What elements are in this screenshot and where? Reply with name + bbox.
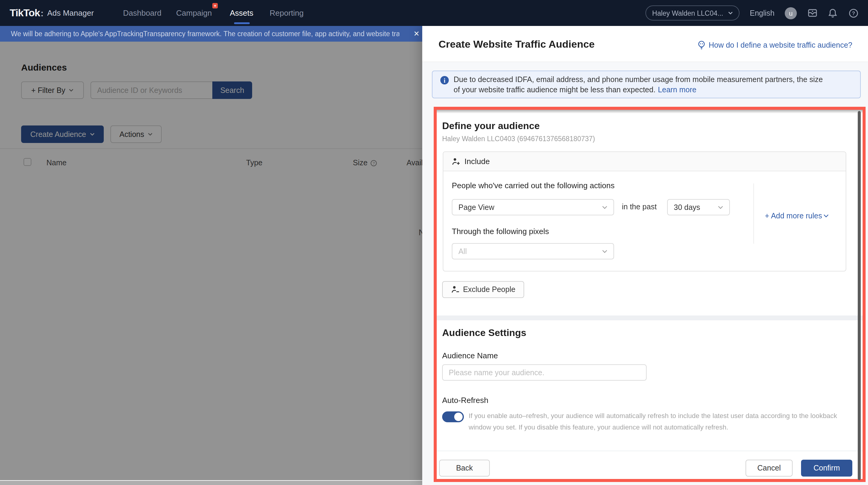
actions-field-label: People who've carried out the following … <box>452 181 615 190</box>
create-website-traffic-audience-modal: Create Website Traffic Audience How do I… <box>422 26 868 485</box>
help-link[interactable]: How do I define a website traffic audien… <box>697 40 852 50</box>
cancel-button[interactable]: Cancel <box>746 460 793 477</box>
chevron-down-icon <box>602 249 608 253</box>
add-more-rules-link[interactable]: + Add more rules <box>765 212 829 220</box>
include-header: Include <box>443 152 846 171</box>
top-nav: TikTok: Ads Manager Dashboard Campaign +… <box>0 0 868 26</box>
pixels-select[interactable]: All <box>452 243 614 260</box>
lookback-window-value: 30 days <box>674 203 718 211</box>
notifications-bell-icon[interactable] <box>828 8 838 18</box>
banner-text: We will be adhering to Apple's AppTracki… <box>0 30 399 37</box>
person-minus-icon <box>451 285 459 294</box>
learn-more-link[interactable]: Learn more <box>658 86 696 94</box>
pixels-field-label: Through the following pixels <box>452 227 549 236</box>
auto-refresh-label: Auto-Refresh <box>442 396 488 405</box>
audience-name-input[interactable] <box>442 364 647 381</box>
modal-footer: Back Cancel Confirm <box>437 451 863 479</box>
include-rules-box: Include People who've carried out the fo… <box>443 151 846 271</box>
add-more-rules-label: + Add more rules <box>765 212 822 220</box>
nav-item-assets[interactable]: Assets <box>230 0 253 26</box>
auto-refresh-toggle[interactable] <box>442 412 464 422</box>
svg-text:?: ? <box>852 10 855 16</box>
chevron-down-icon <box>602 205 608 209</box>
section-separator <box>437 315 863 320</box>
banner-close-icon[interactable]: ✕ <box>411 26 422 41</box>
chevron-down-icon <box>824 214 829 218</box>
account-name: Haley Walden LLC04... <box>652 9 723 17</box>
action-select[interactable]: Page View <box>452 199 614 215</box>
alert-text: Due to decreased IDFA, email address, an… <box>454 75 824 95</box>
info-icon: i <box>440 76 449 85</box>
define-audience-heading: Define your audience <box>442 121 540 131</box>
lightbulb-icon <box>697 40 706 50</box>
app-root: TikTok: Ads Manager Dashboard Campaign +… <box>0 0 868 485</box>
exclude-people-label: Exclude People <box>463 285 516 294</box>
alert-message: Due to decreased IDFA, email address, an… <box>454 75 823 94</box>
lookback-window-select[interactable]: 30 days <box>667 199 730 215</box>
inbox-icon[interactable] <box>807 8 817 18</box>
idfa-info-alert: i Due to decreased IDFA, email address, … <box>432 70 861 98</box>
toggle-knob <box>454 413 463 421</box>
highlighted-region: Define your audience Haley Walden LLC040… <box>434 107 866 482</box>
scroll-shadow <box>437 110 863 113</box>
chevron-down-icon <box>728 11 733 14</box>
product-name: Ads Manager <box>47 8 94 18</box>
pixels-select-value: All <box>459 247 602 255</box>
help-link-label: How do I define a website traffic audien… <box>709 41 852 49</box>
horizontal-scrollbar[interactable] <box>0 481 422 485</box>
nav-item-dashboard[interactable]: Dashboard <box>123 0 161 26</box>
help-icon[interactable]: ? <box>848 8 858 18</box>
in-the-past-label: in the past <box>622 203 657 211</box>
rules-divider <box>753 183 754 244</box>
audience-settings-heading: Audience Settings <box>442 328 526 338</box>
back-button[interactable]: Back <box>439 460 490 477</box>
logo-text: TikTok <box>10 7 40 19</box>
logo-colon: : <box>40 8 43 18</box>
modal-header: Create Website Traffic Audience How do I… <box>422 26 868 62</box>
account-switcher[interactable]: Haley Walden LLC04... <box>645 5 740 21</box>
advertiser-account-label: Haley Walden LLC0403 (694676137656818073… <box>442 135 595 142</box>
nav-right-cluster: Haley Walden LLC04... English u ? <box>645 0 858 26</box>
audience-name-label: Audience Name <box>442 351 498 360</box>
chevron-down-icon <box>718 205 723 209</box>
screen: TikTok: Ads Manager Dashboard Campaign +… <box>0 0 868 485</box>
modal-title: Create Website Traffic Audience <box>438 39 595 51</box>
person-add-icon <box>452 157 460 165</box>
confirm-button[interactable]: Confirm <box>801 460 852 477</box>
language-selector[interactable]: English <box>750 9 775 17</box>
auto-refresh-description: If you enable auto–refresh, your audienc… <box>469 410 860 433</box>
action-select-value: Page View <box>459 203 602 211</box>
include-label: Include <box>464 157 490 166</box>
tiktok-logo[interactable]: TikTok: Ads Manager <box>10 0 94 26</box>
avatar[interactable]: u <box>785 7 797 19</box>
nav-item-reporting[interactable]: Reporting <box>270 0 304 26</box>
modal-backdrop <box>0 41 422 480</box>
vertical-scrollbar-thumb[interactable] <box>858 111 861 480</box>
campaign-promo-badge: + <box>212 3 218 8</box>
exclude-people-button[interactable]: Exclude People <box>442 281 524 298</box>
nav-item-campaign[interactable]: Campaign <box>176 0 212 26</box>
